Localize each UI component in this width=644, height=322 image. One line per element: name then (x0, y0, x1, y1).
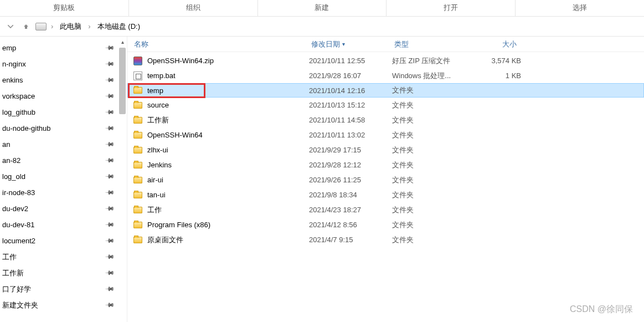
sidebar-item[interactable]: du-node-github📌 (0, 120, 127, 136)
pin-icon: 📌 (104, 203, 115, 214)
sidebar-item[interactable]: du-dev-81📌 (0, 217, 127, 233)
ribbon-group-clipboard[interactable]: 剪贴板 (0, 0, 129, 16)
sidebar-item[interactable]: log_old📌 (0, 168, 127, 185)
file-date: 2021/4/23 18:27 (309, 206, 392, 214)
file-row[interactable]: temp.bat2021/9/28 16:07Windows 批处理...1 K… (127, 68, 644, 83)
pin-icon: 📌 (104, 236, 115, 246)
file-row[interactable]: 工作2021/4/23 18:27文件夹 (127, 202, 644, 217)
sidebar-item[interactable]: an-82📌 (0, 152, 127, 168)
ribbon-group-open[interactable]: 打开 (387, 0, 516, 16)
file-row[interactable]: source2021/10/13 15:12文件夹 (127, 98, 644, 113)
sidebar-item[interactable]: du-dev2📌 (0, 201, 127, 217)
nav-up-button[interactable] (20, 21, 32, 33)
pin-icon: 📌 (104, 43, 115, 53)
column-header-size[interactable]: 大小 (479, 39, 523, 49)
folder-icon (133, 130, 143, 140)
file-list: OpenSSH-Win64.zip2021/10/11 12:55好压 ZIP … (127, 52, 644, 322)
file-date: 2021/10/14 12:16 (309, 86, 392, 95)
sidebar-item[interactable]: an📌 (0, 136, 127, 152)
scrollbar-thumb[interactable] (119, 48, 126, 114)
ribbon-group-organize[interactable]: 组织 (129, 0, 258, 16)
sidebar-item-label: enkins (2, 76, 23, 84)
file-type: 文件夹 (392, 160, 483, 170)
sidebar-item[interactable]: vorkspace📌 (0, 88, 127, 104)
file-name: 工作 (147, 205, 309, 215)
file-name: OpenSSH-Win64.zip (147, 57, 309, 65)
sidebar-item-label: an (2, 140, 10, 149)
pin-icon: 📌 (104, 300, 115, 310)
sidebar-item-label: 工作 (2, 252, 17, 262)
ribbon: 剪贴板 组织 新建 打开 选择 (0, 0, 644, 17)
column-header-type[interactable]: 类型 (388, 39, 479, 49)
bat-icon (133, 71, 143, 81)
ribbon-group-new[interactable]: 新建 (258, 0, 387, 16)
column-header-row: 名称 修改日期 ▾ 类型 大小 (127, 37, 644, 52)
file-size: 1 KB (483, 71, 528, 80)
pin-icon: 📌 (104, 75, 115, 85)
scrollbar-up-arrow[interactable]: ▴ (119, 38, 126, 45)
sidebar-item[interactable]: 新建文件夹📌 (0, 297, 127, 313)
file-date: 2021/4/12 8:56 (309, 221, 392, 229)
pin-icon: 📌 (104, 252, 115, 262)
sidebar-item[interactable]: enkins📌 (0, 72, 127, 88)
breadcrumb-drive-d[interactable]: 本地磁盘 (D:) (95, 21, 142, 33)
file-row[interactable]: OpenSSH-Win642021/10/11 13:02文件夹 (127, 127, 644, 142)
pin-icon: 📌 (104, 171, 115, 182)
file-row[interactable]: temp2021/10/14 12:16文件夹 (127, 83, 644, 98)
folder-icon (133, 175, 143, 185)
pin-icon: 📌 (104, 284, 115, 294)
sidebar-item-label: n-nginx (2, 60, 26, 68)
sidebar-item-label: 口了好学 (2, 284, 31, 294)
file-type: 文件夹 (392, 115, 483, 125)
file-row[interactable]: air-ui2021/9/26 11:25文件夹 (127, 172, 644, 187)
folder-icon (133, 205, 143, 215)
file-row[interactable]: zlhx-ui2021/9/29 17:15文件夹 (127, 142, 644, 157)
sidebar-item[interactable]: locument2📌 (0, 233, 127, 249)
sidebar-item[interactable]: emp📌 (0, 40, 127, 56)
file-type: 文件夹 (392, 85, 483, 95)
nav-dropdown-icon[interactable] (4, 21, 17, 33)
sidebar-item[interactable]: log_github📌 (0, 104, 127, 120)
pin-icon: 📌 (104, 187, 115, 198)
pin-icon: 📌 (104, 139, 115, 150)
sidebar-item-label: vorkspace (2, 92, 35, 100)
column-header-name[interactable]: 名称 (127, 39, 305, 49)
file-row[interactable]: 原桌面文件2021/4/7 9:15文件夹 (127, 232, 644, 247)
file-row[interactable]: OpenSSH-Win64.zip2021/10/11 12:55好压 ZIP … (127, 53, 644, 68)
sidebar-item[interactable]: n-nginx📌 (0, 56, 127, 72)
column-header-date[interactable]: 修改日期 ▾ (305, 39, 388, 49)
watermark: CSDN @徐同保 (570, 304, 633, 315)
pin-icon: 📌 (104, 268, 115, 278)
sidebar-item-label: emp (2, 44, 16, 52)
folder-icon (133, 145, 143, 155)
sidebar-item[interactable]: 口了好学📌 (0, 281, 127, 297)
file-row[interactable]: 工作新2021/10/11 14:58文件夹 (127, 113, 644, 127)
file-name: source (147, 101, 309, 109)
pin-icon: 📌 (104, 219, 115, 230)
file-date: 2021/9/28 16:07 (309, 71, 392, 80)
file-name: Program Files (x86) (147, 221, 309, 229)
sidebar-item-label: du-dev-81 (2, 221, 35, 229)
sidebar-item[interactable]: ir-node-83📌 (0, 185, 127, 201)
file-row[interactable]: Program Files (x86)2021/4/12 8:56文件夹 (127, 217, 644, 232)
ribbon-group-select[interactable]: 选择 (516, 0, 644, 16)
file-date: 2021/9/26 11:25 (309, 176, 392, 184)
main-area: emp📌n-nginx📌enkins📌vorkspace📌log_github📌… (0, 37, 644, 322)
pin-icon: 📌 (104, 107, 115, 117)
sidebar-item[interactable]: 工作新📌 (0, 265, 127, 281)
sidebar-item-label: 工作新 (2, 268, 24, 278)
file-type: 文件夹 (392, 130, 483, 140)
file-date: 2021/10/11 12:55 (309, 57, 392, 65)
pin-icon: 📌 (104, 91, 115, 101)
file-name: temp (147, 86, 309, 95)
sidebar-item[interactable]: 工作📌 (0, 249, 127, 265)
sidebar-item-label: 新建文件夹 (2, 300, 38, 310)
file-row[interactable]: Jenkins2021/9/28 12:12文件夹 (127, 157, 644, 172)
sidebar-item-label: du-dev2 (2, 205, 28, 213)
file-type: 文件夹 (392, 235, 483, 245)
file-type: 文件夹 (392, 205, 483, 215)
folder-icon (133, 160, 143, 170)
breadcrumb-this-pc[interactable]: 此电脑 (58, 21, 84, 33)
file-row[interactable]: tan-ui2021/9/8 18:34文件夹 (127, 187, 644, 202)
folder-icon (133, 235, 143, 245)
